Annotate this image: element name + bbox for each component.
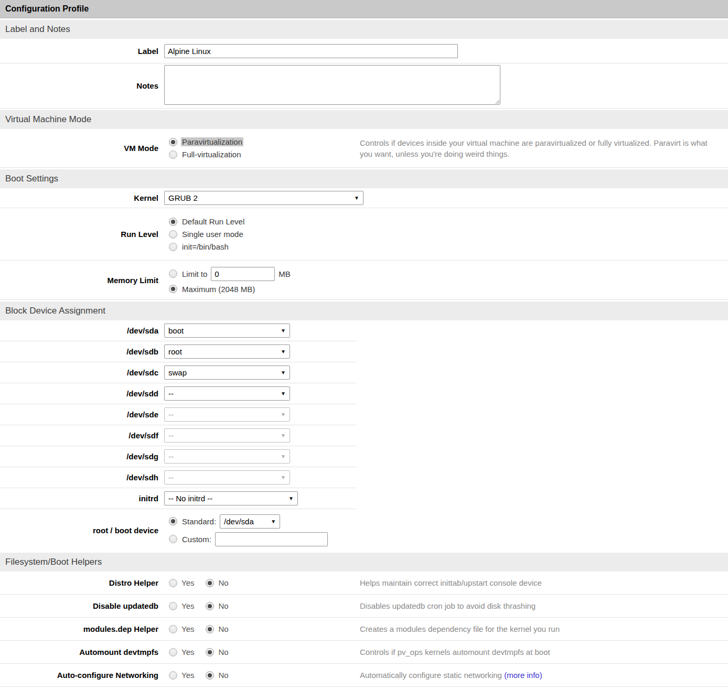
section-title: Boot Settings (5, 174, 58, 184)
device-row-sdc: /dev/sdc swap ▼ (0, 362, 357, 383)
chevron-down-icon: ▼ (281, 370, 286, 375)
device-sdc-select[interactable]: swap ▼ (164, 365, 290, 380)
distro-helper-row: Distro Helper Yes No Helps maintain corr… (0, 572, 728, 595)
chevron-down-icon: ▼ (281, 454, 286, 459)
auto-configure-networking-label: Auto-configure Networking (0, 671, 164, 680)
distro-helper-no-radio[interactable] (206, 579, 214, 587)
section-block-device-assignment: Block Device Assignment (0, 301, 728, 320)
init-bin-bash-radio[interactable] (169, 243, 177, 251)
section-title: Virtual Machine Mode (5, 114, 91, 125)
device-label: /dev/sdb (0, 347, 164, 356)
custom-device-radio[interactable] (169, 535, 177, 543)
section-filesystem-boot-helpers: Filesystem/Boot Helpers (0, 553, 728, 572)
automount-devtmpfs-row: Automount devtmpfs Yes No Controls if pv… (0, 641, 728, 664)
notes-row: Notes (0, 63, 728, 109)
yes-option-label[interactable]: Yes (181, 671, 194, 680)
device-row-sdb: /dev/sdb root ▼ (0, 341, 357, 362)
kernel-select[interactable]: GRUB 2 ▼ (164, 191, 363, 205)
device-sda-select[interactable]: boot ▼ (164, 324, 290, 338)
device-label: /dev/sdd (0, 389, 164, 398)
root-boot-device-label: root / boot device (0, 526, 164, 535)
standard-device-select-value: /dev/sda (224, 517, 254, 526)
device-label: /dev/sdf (0, 431, 164, 440)
initrd-select-value: -- No initrd -- (168, 494, 212, 503)
chevron-down-icon: ▼ (281, 475, 286, 480)
maximum-memory-radio[interactable] (169, 285, 177, 293)
device-label: /dev/sde (0, 410, 164, 419)
auto-configure-networking-row: Auto-configure Networking Yes No Automat… (0, 664, 728, 687)
yes-option-label[interactable]: Yes (181, 601, 194, 610)
chevron-down-icon: ▼ (281, 391, 286, 396)
device-sdh-select: -- ▼ (164, 470, 290, 484)
memory-unit-label: MB (279, 270, 291, 278)
no-option-label[interactable]: No (218, 648, 228, 656)
paravirtualization-radio[interactable] (169, 138, 177, 146)
device-row-sdg: /dev/sdg -- ▼ (0, 446, 357, 467)
run-level-label: Run Level (0, 230, 164, 239)
modules-dep-helper-row: modules.dep Helper Yes No Creates a modu… (0, 618, 728, 641)
initrd-select[interactable]: -- No initrd -- ▼ (164, 491, 298, 505)
initrd-row: initrd -- No initrd -- ▼ (0, 488, 357, 509)
no-option-label[interactable]: No (218, 601, 228, 610)
disable-updatedb-help-text: Disables updatedb cron job to avoid disk… (360, 600, 728, 611)
custom-device-input[interactable] (215, 532, 328, 546)
section-label-and-notes: Label and Notes (0, 20, 728, 39)
memory-limit-input[interactable] (211, 267, 275, 281)
init-bin-bash-option-label[interactable]: init=/bin/bash (182, 242, 229, 251)
automount-devtmpfs-yes-radio[interactable] (169, 648, 177, 656)
modules-dep-help-text: Creates a modules dependency file for th… (360, 623, 728, 634)
default-run-level-radio[interactable] (169, 218, 177, 226)
limit-to-radio[interactable] (169, 270, 177, 278)
limit-to-option-label[interactable]: Limit to (182, 270, 207, 278)
distro-helper-yes-radio[interactable] (169, 579, 177, 587)
custom-device-option-label[interactable]: Custom: (182, 535, 211, 544)
standard-device-radio[interactable] (169, 517, 177, 525)
section-title: Block Device Assignment (5, 306, 105, 316)
device-label: /dev/sdc (0, 368, 164, 377)
more-info-link[interactable]: (more info) (504, 671, 542, 680)
section-virtual-machine-mode: Virtual Machine Mode (0, 110, 728, 129)
device-sdb-select[interactable]: root ▼ (164, 344, 290, 359)
device-sdg-select: -- ▼ (164, 449, 290, 464)
modules-dep-no-radio[interactable] (206, 625, 214, 633)
standard-device-select[interactable]: /dev/sda ▼ (220, 514, 280, 529)
yes-option-label[interactable]: Yes (181, 624, 194, 633)
disable-updatedb-yes-radio[interactable] (169, 602, 177, 610)
auto-configure-networking-no-radio[interactable] (206, 671, 214, 680)
vm-mode-row: VM Mode Paravirtualization Full-virtuali… (0, 129, 728, 168)
notes-field-label: Notes (0, 81, 164, 90)
automount-devtmpfs-no-radio[interactable] (206, 648, 214, 656)
device-sdb-select-value: root (168, 347, 182, 356)
no-option-label[interactable]: No (218, 671, 228, 680)
single-user-mode-radio[interactable] (169, 230, 177, 239)
default-run-level-option-label[interactable]: Default Run Level (182, 217, 244, 226)
device-row-sde: /dev/sde -- ▼ (0, 404, 357, 425)
no-option-label[interactable]: No (218, 578, 228, 587)
no-option-label[interactable]: No (218, 624, 228, 633)
notes-textarea[interactable] (164, 65, 500, 105)
device-row-sdd: /dev/sdd -- ▼ (0, 383, 357, 404)
chevron-down-icon: ▼ (281, 328, 286, 333)
kernel-row: Kernel GRUB 2 ▼ (0, 188, 728, 208)
disable-updatedb-no-radio[interactable] (206, 602, 214, 610)
yes-option-label[interactable]: Yes (181, 648, 194, 656)
auto-configure-networking-yes-radio[interactable] (169, 671, 177, 680)
vm-mode-label: VM Mode (0, 144, 164, 153)
paravirtualization-option-label[interactable]: Paravirtualization (181, 137, 243, 146)
modules-dep-yes-radio[interactable] (169, 625, 177, 633)
yes-option-label[interactable]: Yes (181, 578, 194, 587)
label-input[interactable] (164, 44, 458, 58)
auto-configure-networking-help-text: Automatically configure static networkin… (360, 670, 728, 681)
single-user-mode-option-label[interactable]: Single user mode (182, 230, 243, 239)
full-virtualization-option-label[interactable]: Full-virtualization (182, 150, 241, 159)
standard-device-option-label[interactable]: Standard: (182, 517, 216, 526)
device-sdg-select-value: -- (168, 452, 174, 461)
memory-limit-row: Memory Limit Limit to MB Maximum (2048 M… (0, 261, 728, 300)
device-row-sdf: /dev/sdf -- ▼ (0, 425, 357, 446)
device-sdd-select[interactable]: -- ▼ (164, 386, 290, 401)
maximum-memory-option-label[interactable]: Maximum (2048 MB) (182, 285, 255, 294)
device-label: /dev/sdh (0, 473, 164, 482)
full-virtualization-radio[interactable] (169, 150, 177, 159)
disable-updatedb-label: Disable updatedb (0, 601, 164, 610)
distro-helper-help-text: Helps maintain correct inittab/upstart c… (360, 577, 728, 588)
